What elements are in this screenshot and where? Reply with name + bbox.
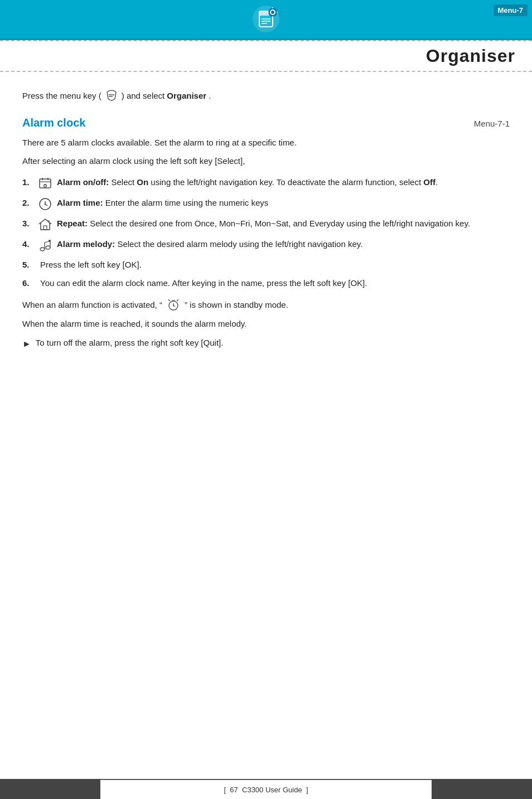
svg-point-6 <box>268 8 277 17</box>
svg-rect-25 <box>43 226 47 230</box>
step-list: 1. Alarm on/off: Select On using the lef… <box>22 176 510 253</box>
step-2-num: 2. <box>22 196 38 209</box>
step-4-num: 4. <box>22 238 38 250</box>
svg-point-37 <box>173 305 174 306</box>
step-6-text: You can edit the alarm clock name. After… <box>40 277 367 289</box>
step-3-num: 3. <box>22 217 38 230</box>
step-6-num: 6. <box>22 277 38 289</box>
step-4-text: Alarm melody: Select the desired alarm m… <box>57 238 510 250</box>
repeat-icon <box>38 217 52 232</box>
step-4-label: Alarm melody: <box>57 239 115 249</box>
svg-point-26 <box>40 248 45 251</box>
note-standby-text: When an alarm function is activated, “ <box>22 298 162 311</box>
intro-text-before: Press the menu key ( <box>22 91 101 100</box>
intro-end: . <box>209 91 211 100</box>
main-content: Press the menu key ( ) and select Organi… <box>0 72 532 360</box>
title-bar: Organiser <box>0 40 532 72</box>
step-5-text: Press the left soft key [OK]. <box>40 258 142 271</box>
alarm-onoff-icon <box>38 176 52 191</box>
note-standby-line: When an alarm function is activated, “ ”… <box>22 298 510 312</box>
section-title: Alarm clock <box>22 117 85 129</box>
step-1-label: Alarm on/off: <box>57 177 109 187</box>
organiser-icon <box>252 4 280 35</box>
step-4: 4. Alarm melody: Select the desired alar… <box>22 238 510 253</box>
intro-bold-word: Organiser <box>167 91 206 100</box>
right-arrow-icon: ► <box>22 339 31 349</box>
page-header: Menu-7 <box>0 0 532 40</box>
menu-key-icon <box>104 88 119 103</box>
footer-guide: C3300 User Guide <box>242 786 302 794</box>
step-3-label: Repeat: <box>57 219 88 228</box>
footer-text: [ 67 C3300 User Guide ] <box>224 786 308 794</box>
step-2: 2. Alarm time: Enter the alarm time usin… <box>22 196 510 211</box>
alarm-time-icon <box>38 197 52 211</box>
footer-right-bar <box>432 779 532 799</box>
page-title: Organiser <box>426 46 515 66</box>
step-5: 5. Press the left soft key [OK]. <box>22 258 510 271</box>
section-intro-1: There are 5 alarm clocks available. Set … <box>22 136 510 149</box>
step-6: 6. You can edit the alarm clock name. Af… <box>22 277 510 289</box>
intro-paragraph: Press the menu key ( ) and select Organi… <box>22 88 510 103</box>
alarm-standby-icon <box>167 298 180 312</box>
section-heading-row: Alarm clock Menu-7-1 <box>22 117 510 129</box>
svg-rect-14 <box>40 179 51 188</box>
footer-left-bar <box>0 779 100 799</box>
svg-point-29 <box>46 246 50 249</box>
svg-line-36 <box>177 299 178 301</box>
step-2-text: Alarm time: Enter the alarm time using t… <box>57 196 510 209</box>
note-standby-end: ” is shown in standby mode. <box>185 298 288 311</box>
footer-page-num: 67 <box>230 786 238 794</box>
section-menu-ref: Menu-7-1 <box>474 119 510 128</box>
step-2-label: Alarm time: <box>57 198 103 207</box>
page-footer: [ 67 C3300 User Guide ] <box>0 779 532 799</box>
section-intro-2: After selecting an alarm clock using the… <box>22 154 510 167</box>
svg-line-35 <box>168 299 170 301</box>
step-1-num: 1. <box>22 176 38 188</box>
note-sound: When the alarm time is reached, it sound… <box>22 317 510 330</box>
step-1-text: Alarm on/off: Select On using the left/r… <box>57 176 510 188</box>
intro-text-after: ) and select <box>122 91 165 100</box>
menu-label: Menu-7 <box>494 4 528 16</box>
svg-point-31 <box>49 240 51 242</box>
step-3: 3. Repeat: Select the desired one from O… <box>22 217 510 232</box>
svg-point-23 <box>45 203 46 204</box>
bullet-arrow-tip: ► To turn off the alarm, press the right… <box>22 338 510 349</box>
step-1-text1: Select <box>112 177 137 187</box>
bullet-text: To turn off the alarm, press the right s… <box>36 338 224 347</box>
step-3-text: Repeat: Select the desired one from Once… <box>57 217 510 230</box>
step-5-num: 5. <box>22 258 38 271</box>
step-1: 1. Alarm on/off: Select On using the lef… <box>22 176 510 191</box>
alarm-melody-icon <box>38 238 52 253</box>
